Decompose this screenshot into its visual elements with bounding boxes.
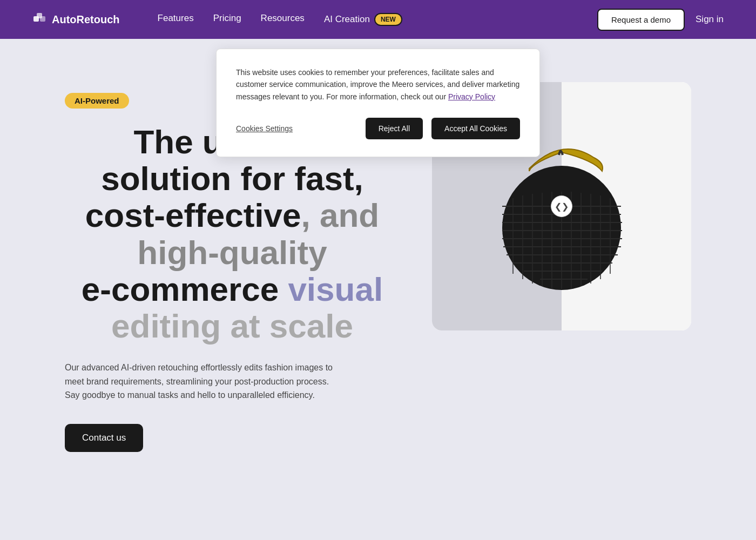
headline-line6: editing at scale [65, 308, 400, 345]
headline-and: , and [301, 197, 380, 234]
cookies-settings-link[interactable]: Cookies Settings [236, 124, 357, 133]
headline-line2: solution for fast, [65, 160, 400, 197]
cookie-banner: This website uses cookies to remember yo… [216, 49, 540, 157]
svg-rect-2 [40, 16, 45, 22]
ai-powered-badge: AI-Powered [65, 93, 129, 109]
headline-line5: e-commerce visual [65, 271, 400, 308]
nav-actions: Request a demo Sign in [597, 9, 724, 31]
new-badge: NEW [374, 13, 402, 26]
nav-pricing[interactable]: Pricing [213, 13, 241, 26]
logo[interactable]: AutoRetouch [32, 12, 120, 27]
cookie-actions: Cookies Settings Reject All Accept All C… [236, 118, 520, 139]
headline-line4: high-quality [65, 234, 400, 271]
accept-all-cookies-button[interactable]: Accept All Cookies [431, 118, 520, 139]
logo-text: AutoRetouch [52, 14, 120, 26]
image-nav-button[interactable]: ❮❯ [551, 195, 572, 217]
nav-resources[interactable]: Resources [261, 13, 305, 26]
prev-next-icon: ❮❯ [555, 201, 569, 212]
contact-us-button[interactable]: Contact us [65, 424, 143, 452]
privacy-policy-link[interactable]: Privacy Policy [448, 92, 495, 101]
nav-ai-creation[interactable]: AI Creation [324, 14, 370, 25]
hero-subtext: Our advanced AI-driven retouching effort… [65, 361, 346, 402]
navigation: AutoRetouch Features Pricing Resources A… [0, 0, 756, 39]
headline-ecommerce: e-commerce [82, 271, 279, 308]
nav-ai-creation-container: AI Creation NEW [324, 13, 402, 26]
headline-line3: cost-effective, and [65, 197, 400, 234]
headline-cost-effective: cost-effective [85, 197, 301, 234]
headline-visual: visual [279, 271, 383, 308]
request-demo-button[interactable]: Request a demo [597, 9, 685, 31]
nav-links: Features Pricing Resources AI Creation N… [158, 13, 576, 26]
nav-features[interactable]: Features [158, 13, 194, 26]
sign-in-button[interactable]: Sign in [696, 14, 724, 25]
cookie-text: This website uses cookies to remember yo… [236, 66, 520, 103]
reject-all-button[interactable]: Reject All [366, 118, 423, 139]
